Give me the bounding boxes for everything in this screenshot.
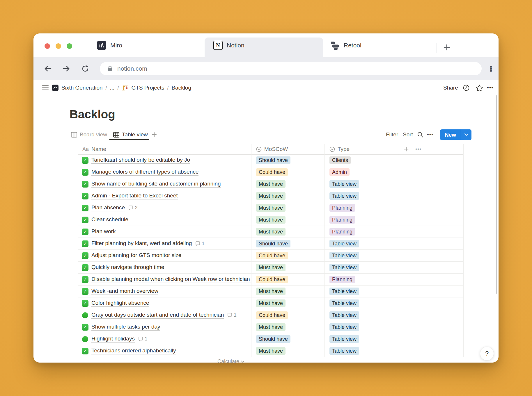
new-button[interactable]: New: [440, 129, 471, 140]
column-header-type[interactable]: Type: [325, 144, 399, 154]
table-row[interactable]: ✓Adjust planning for GTS monitor sizeCou…: [78, 250, 464, 262]
empty-cell[interactable]: [399, 274, 464, 285]
moscow-cell[interactable]: Must have: [251, 297, 325, 309]
moscow-cell[interactable]: Must have: [251, 190, 325, 202]
add-view-button[interactable]: [151, 129, 157, 140]
moscow-badge[interactable]: Must have: [256, 228, 285, 236]
moscow-cell[interactable]: Must have: [251, 226, 325, 238]
type-cell[interactable]: Table view: [325, 309, 399, 321]
empty-cell[interactable]: [399, 286, 464, 297]
empty-cell[interactable]: [399, 238, 464, 249]
tab-table-view[interactable]: Table view: [113, 129, 148, 140]
type-badge[interactable]: Table view: [329, 335, 359, 343]
page-more-button[interactable]: •••: [487, 82, 494, 93]
type-cell[interactable]: Table view: [325, 238, 399, 249]
task-name[interactable]: Gray out days outside start and end date…: [91, 312, 224, 319]
moscow-cell[interactable]: Must have: [251, 214, 325, 226]
search-icon[interactable]: [417, 129, 423, 140]
table-row[interactable]: ✓Admin - Export table to Excel sheetMust…: [78, 190, 464, 202]
filter-button[interactable]: Filter: [386, 129, 398, 140]
empty-cell[interactable]: [399, 214, 464, 226]
breadcrumb-workspace[interactable]: Sixth Generation: [61, 85, 103, 91]
task-name[interactable]: Admin - Export table to Excel sheet: [91, 192, 178, 199]
type-badge[interactable]: Admin: [329, 168, 350, 176]
zoom-window-button[interactable]: [67, 43, 72, 49]
moscow-badge[interactable]: Must have: [256, 180, 285, 188]
table-row[interactable]: ✓Disable planning modal when clicking on…: [78, 274, 464, 286]
task-name-cell[interactable]: Highlight holidays1: [78, 333, 251, 345]
type-badge[interactable]: Table view: [329, 311, 359, 319]
empty-cell[interactable]: [399, 178, 464, 190]
type-badge[interactable]: Table view: [329, 288, 359, 295]
table-row[interactable]: ✓Week -and month overviewMust haveTable …: [78, 286, 464, 297]
comment-count[interactable]: 1: [195, 241, 204, 247]
moscow-badge[interactable]: Must have: [256, 204, 285, 212]
empty-cell[interactable]: [399, 250, 464, 261]
moscow-badge[interactable]: Should have: [256, 156, 290, 164]
task-name-cell[interactable]: ✓Filter planning by klant, werf and afde…: [78, 238, 251, 249]
moscow-cell[interactable]: Should have: [251, 154, 325, 166]
moscow-badge[interactable]: Must have: [256, 299, 285, 307]
table-row[interactable]: ✓Filter planning by klant, werf and afde…: [78, 238, 464, 250]
help-button[interactable]: ?: [480, 347, 494, 361]
sort-button[interactable]: Sort: [403, 129, 413, 140]
moscow-cell[interactable]: Must have: [251, 178, 325, 190]
type-badge[interactable]: Table view: [329, 299, 359, 307]
comment-count[interactable]: 1: [227, 312, 236, 318]
type-badge[interactable]: Table view: [329, 240, 359, 247]
moscow-cell[interactable]: Could have: [251, 250, 325, 261]
task-name-cell[interactable]: ✓Quickly navigate through time: [78, 262, 251, 273]
type-badge[interactable]: Planning: [329, 216, 355, 224]
task-name[interactable]: Plan work: [91, 228, 116, 235]
reload-button[interactable]: [79, 57, 92, 80]
type-cell[interactable]: Table view: [325, 321, 399, 333]
tab-notion[interactable]: N Notion: [213, 33, 244, 57]
empty-cell[interactable]: [399, 154, 464, 166]
minimize-window-button[interactable]: [56, 43, 61, 49]
task-name-cell[interactable]: ✓Show name of building site and customer…: [78, 178, 251, 190]
moscow-badge[interactable]: Must have: [256, 323, 285, 331]
workspace-icon[interactable]: [52, 82, 58, 93]
moscow-cell[interactable]: Should have: [251, 238, 325, 249]
forward-button[interactable]: [60, 57, 72, 80]
task-name-cell[interactable]: ✓Adjust planning for GTS monitor size: [78, 250, 251, 261]
updates-clock-icon[interactable]: [461, 82, 471, 93]
task-name[interactable]: Color highlight absence: [91, 300, 149, 307]
type-badge[interactable]: Table view: [329, 252, 359, 259]
calculate-button[interactable]: Calculate: [217, 358, 244, 363]
moscow-badge[interactable]: Must have: [256, 264, 285, 271]
task-name[interactable]: Plan absence: [91, 204, 125, 211]
add-column-button[interactable]: [404, 147, 409, 152]
task-name-cell[interactable]: ✓Show multiple tasks per day: [78, 321, 251, 333]
column-header-name[interactable]: Aa Name: [78, 144, 251, 154]
task-name[interactable]: Technicians ordered alphabetically: [91, 347, 176, 354]
task-name[interactable]: Manage colors of different types of abse…: [91, 169, 198, 176]
moscow-badge[interactable]: Must have: [256, 216, 285, 224]
task-name-cell[interactable]: ✓Plan absence2: [78, 202, 251, 214]
view-options-button[interactable]: •••: [427, 129, 434, 140]
type-badge[interactable]: Clients: [329, 156, 351, 164]
task-name-cell[interactable]: ✓Disable planning modal when clicking on…: [78, 274, 251, 285]
tab-miro[interactable]: Miro: [97, 33, 122, 57]
task-name[interactable]: Show multiple tasks per day: [91, 324, 160, 331]
breadcrumb-project[interactable]: GTS Projects: [131, 85, 164, 91]
table-row[interactable]: Highlight holidays1Should haveTable view: [78, 333, 464, 345]
column-header-moscow[interactable]: MoSCoW: [251, 144, 325, 154]
comment-count[interactable]: 1: [138, 336, 147, 342]
type-cell[interactable]: Table view: [325, 250, 399, 261]
breadcrumb-page[interactable]: Backlog: [171, 85, 191, 91]
browser-menu-button[interactable]: •••: [485, 57, 497, 80]
type-cell[interactable]: Table view: [325, 345, 399, 357]
moscow-badge[interactable]: Could have: [256, 311, 288, 319]
type-cell[interactable]: Clients: [325, 154, 399, 166]
type-cell[interactable]: Table view: [325, 190, 399, 202]
table-row[interactable]: ✓Color highlight absenceMust haveTable v…: [78, 297, 464, 309]
type-badge[interactable]: Table view: [329, 192, 359, 200]
type-badge[interactable]: Planning: [329, 204, 355, 212]
comment-count[interactable]: 2: [128, 205, 137, 211]
moscow-badge[interactable]: Should have: [256, 240, 290, 247]
table-row[interactable]: ✓Plan workMust havePlanning: [78, 226, 464, 238]
moscow-badge[interactable]: Must have: [256, 192, 285, 200]
empty-cell[interactable]: [399, 345, 464, 357]
task-name[interactable]: Disable planning modal when clicking on …: [91, 276, 251, 283]
